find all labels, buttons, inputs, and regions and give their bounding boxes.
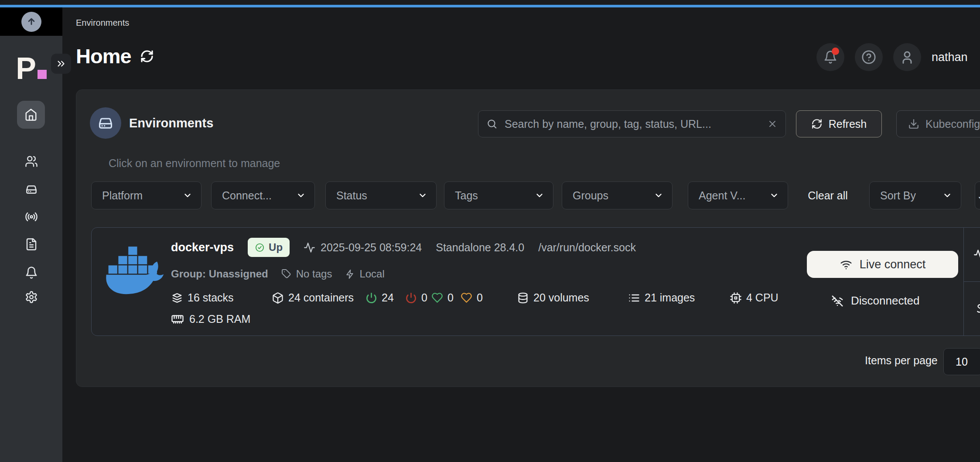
- database-icon: [517, 292, 529, 304]
- notifications-icon: [25, 266, 38, 279]
- help-button[interactable]: [855, 43, 883, 71]
- tag-icon: [281, 269, 292, 279]
- scroll-top-button[interactable]: [21, 12, 41, 32]
- filter-label: Tags: [455, 189, 478, 202]
- sidebar-expand-button[interactable]: [51, 54, 71, 74]
- list-icon: [628, 292, 640, 304]
- stat-unhealthy: 0: [461, 291, 483, 304]
- environment-meta-row: Group: Unassigned No tags Local: [171, 268, 385, 280]
- cpu-label: 4 CPU: [746, 291, 779, 304]
- chevron-down-icon: [654, 191, 663, 200]
- environment-header-row: docker-vps Up 2025-09-25 08:59:24 Standa…: [171, 238, 636, 257]
- sidebar-item-broadcast[interactable]: [0, 210, 62, 223]
- stat-images[interactable]: 21 images: [628, 291, 695, 304]
- help-icon: [861, 50, 876, 65]
- card-action-top[interactable]: [964, 228, 980, 282]
- environments-panel-icon-badge: [90, 107, 121, 139]
- refresh-icon: [811, 118, 823, 130]
- items-per-page-select[interactable]: 10: [943, 348, 980, 375]
- notification-dot: [832, 48, 839, 55]
- chevron-down-icon: [769, 191, 779, 200]
- sidebar-item-home[interactable]: [17, 101, 45, 129]
- pulse-icon: [304, 242, 315, 253]
- sidebar-item-users[interactable]: [0, 155, 62, 168]
- sidebar-item-logs[interactable]: [0, 238, 62, 251]
- stat-ram: 6.2 GB RAM: [171, 312, 250, 325]
- kubeconfig-button[interactable]: Kubeconfig: [896, 110, 980, 137]
- logs-icon: [25, 238, 38, 251]
- volumes-label: 20 volumes: [533, 291, 589, 304]
- filter-label: Agent V...: [699, 189, 746, 202]
- clear-search-icon[interactable]: [767, 119, 778, 129]
- chevron-down-icon: [418, 191, 427, 200]
- broadcast-icon: [25, 210, 38, 223]
- environment-group: Group: Unassigned: [171, 268, 268, 280]
- power-on-icon: [365, 292, 377, 304]
- user-menu-button[interactable]: [893, 43, 921, 71]
- cpu-icon: [730, 292, 742, 304]
- breadcrumb[interactable]: Environments: [76, 18, 129, 28]
- activity-action-icon: [973, 249, 980, 261]
- environment-name[interactable]: docker-vps: [171, 241, 234, 254]
- filter-platform[interactable]: Platform: [91, 181, 201, 209]
- sidebar-item-settings[interactable]: [0, 291, 62, 304]
- stat-healthy: 0: [431, 291, 454, 304]
- title-refresh-icon[interactable]: [140, 49, 154, 63]
- filter-agent-version[interactable]: Agent V...: [688, 181, 788, 209]
- home-icon: [24, 108, 38, 121]
- live-connect-label: Live connect: [860, 258, 926, 271]
- unhealthy-count: 0: [477, 291, 483, 304]
- filter-label: Groups: [573, 189, 608, 202]
- search-icon: [486, 118, 498, 130]
- sort-by-dropdown[interactable]: Sort By: [869, 181, 961, 209]
- page-title-row: Home: [76, 44, 154, 68]
- download-icon: [908, 118, 919, 130]
- chevron-down-icon: [942, 191, 952, 200]
- sidebar-item-notifications[interactable]: [0, 266, 62, 279]
- environments-icon: [97, 115, 114, 131]
- refresh-label: Refresh: [829, 118, 867, 130]
- stopped-count: 0: [421, 291, 427, 304]
- environment-platform: Standalone 28.4.0: [436, 241, 524, 254]
- images-label: 21 images: [645, 291, 695, 304]
- filter-label: Connect...: [222, 189, 272, 202]
- heartbeat-timestamp: 2025-09-25 08:59:24: [321, 241, 422, 254]
- browser-chrome-strip: [0, 0, 980, 5]
- panel-title: Environments: [129, 116, 213, 130]
- sort-by-label: Sort By: [880, 189, 916, 202]
- filter-label: Status: [336, 189, 367, 202]
- chevron-down-icon: [296, 191, 306, 200]
- healthy-count: 0: [447, 291, 454, 304]
- clear-all-button[interactable]: Clear all: [802, 181, 854, 209]
- sort-direction-button[interactable]: [975, 181, 980, 209]
- wifi-off-icon: [831, 294, 844, 308]
- sidebar: P: [0, 7, 62, 462]
- ram-label: 6.2 GB RAM: [189, 313, 250, 325]
- zap-icon: [345, 269, 355, 279]
- notifications-button[interactable]: [816, 43, 844, 71]
- filter-tags[interactable]: Tags: [444, 181, 553, 209]
- page-size-value: 10: [956, 356, 968, 368]
- filter-connection[interactable]: Connect...: [211, 181, 315, 209]
- username[interactable]: nathan: [932, 51, 968, 64]
- card-action-bottom[interactable]: [964, 282, 980, 335]
- connection-type: Local: [345, 268, 384, 280]
- stat-stacks[interactable]: 16 stacks: [171, 291, 234, 304]
- status-badge: Up: [248, 238, 290, 257]
- topbar-actions: nathan: [816, 43, 968, 71]
- portainer-home-screen: P Environments Home: [0, 0, 980, 462]
- environments-panel: Environments Refresh Kubeconfig Click on…: [76, 89, 980, 387]
- stat-containers[interactable]: 24 containers: [272, 291, 354, 304]
- filter-status[interactable]: Status: [325, 181, 437, 209]
- filter-groups[interactable]: Groups: [562, 181, 673, 209]
- scroll-top-container: [0, 7, 62, 36]
- containers-label: 24 containers: [288, 291, 354, 304]
- search-input[interactable]: [504, 117, 761, 131]
- stat-volumes[interactable]: 20 volumes: [517, 291, 589, 304]
- heart-healthy-icon: [431, 292, 443, 304]
- refresh-button[interactable]: Refresh: [796, 110, 882, 137]
- live-connect-button[interactable]: Live connect: [807, 251, 958, 278]
- sidebar-item-environments[interactable]: [0, 183, 62, 196]
- environment-card[interactable]: docker-vps Up 2025-09-25 08:59:24 Standa…: [91, 227, 980, 336]
- connection-status: Disconnected: [831, 294, 920, 308]
